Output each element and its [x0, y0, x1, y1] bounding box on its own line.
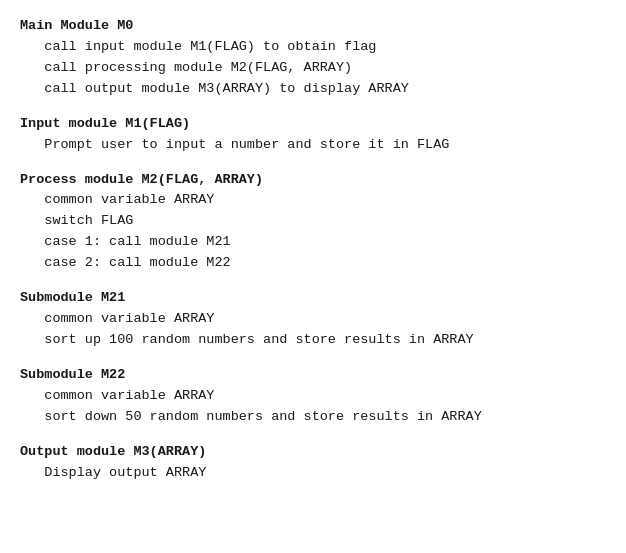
code-line: common variable ARRAY: [20, 386, 606, 407]
code-line: common variable ARRAY: [20, 309, 606, 330]
section-output-module: Output module M3(ARRAY) Display output A…: [20, 442, 606, 484]
section-header-submodule-m22: Submodule M22: [20, 365, 606, 386]
section-header-submodule-m21: Submodule M21: [20, 288, 606, 309]
section-header-output-module: Output module M3(ARRAY): [20, 442, 606, 463]
section-header-process-module: Process module M2(FLAG, ARRAY): [20, 170, 606, 191]
section-header-main-module: Main Module M0: [20, 16, 606, 37]
code-line: sort down 50 random numbers and store re…: [20, 407, 606, 428]
code-line: call input module M1(FLAG) to obtain fla…: [20, 37, 606, 58]
code-line: call processing module M2(FLAG, ARRAY): [20, 58, 606, 79]
section-submodule-m21: Submodule M21 common variable ARRAY sort…: [20, 288, 606, 351]
code-line: call output module M3(ARRAY) to display …: [20, 79, 606, 100]
code-line: sort up 100 random numbers and store res…: [20, 330, 606, 351]
code-line: common variable ARRAY: [20, 190, 606, 211]
code-line: switch FLAG: [20, 211, 606, 232]
code-line: case 1: call module M21: [20, 232, 606, 253]
section-input-module: Input module M1(FLAG) Prompt user to inp…: [20, 114, 606, 156]
code-line: case 2: call module M22: [20, 253, 606, 274]
code-line: Display output ARRAY: [20, 463, 606, 484]
section-main-module: Main Module M0 call input module M1(FLAG…: [20, 16, 606, 100]
pseudocode-display: Main Module M0 call input module M1(FLAG…: [20, 16, 606, 484]
section-process-module: Process module M2(FLAG, ARRAY) common va…: [20, 170, 606, 275]
code-line: Prompt user to input a number and store …: [20, 135, 606, 156]
section-submodule-m22: Submodule M22 common variable ARRAY sort…: [20, 365, 606, 428]
section-header-input-module: Input module M1(FLAG): [20, 114, 606, 135]
